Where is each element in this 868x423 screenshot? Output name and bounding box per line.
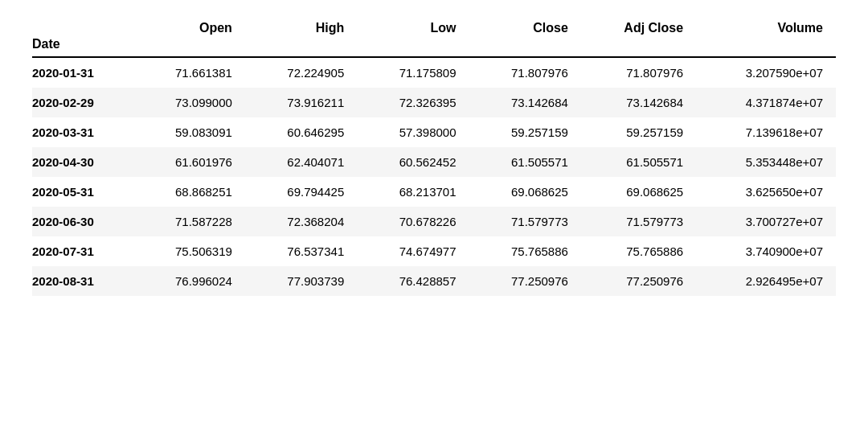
cell-volume: 7.139618e+07	[696, 117, 836, 147]
cell-close: 61.505571	[469, 147, 581, 177]
cell-date: 2020-08-31	[32, 266, 133, 296]
cell-open: 71.661381	[133, 58, 245, 88]
col-header-adj-close: Adj Close	[581, 16, 696, 37]
table-row: 2020-07-3175.50631976.53734174.67497775.…	[32, 236, 836, 266]
cell-open: 76.996024	[133, 266, 245, 296]
header-row-columns: Open High Low Close Adj Close Volume	[32, 16, 836, 37]
cell-adj-close: 71.579773	[581, 207, 696, 236]
col-header-close: Close	[469, 16, 581, 37]
cell-low: 57.398000	[357, 117, 469, 147]
cell-open: 75.506319	[133, 236, 245, 266]
cell-high: 77.903739	[245, 266, 357, 296]
table-row: 2020-03-3159.08309160.64629557.39800059.…	[32, 117, 836, 147]
cell-low: 74.674977	[357, 236, 469, 266]
table-row: 2020-02-2973.09900073.91621172.32639573.…	[32, 88, 836, 117]
table-row: 2020-05-3168.86825169.79442568.21370169.…	[32, 177, 836, 207]
col-header-volume: Volume	[696, 16, 836, 37]
cell-open: 71.587228	[133, 207, 245, 236]
cell-high: 73.916211	[245, 88, 357, 117]
table-wrapper: Open High Low Close Adj Close Volume Dat…	[0, 0, 868, 312]
cell-adj-close: 73.142684	[581, 88, 696, 117]
cell-volume: 3.700727e+07	[696, 207, 836, 236]
cell-volume: 5.353448e+07	[696, 147, 836, 177]
cell-volume: 2.926495e+07	[696, 266, 836, 296]
cell-close: 59.257159	[469, 117, 581, 147]
data-table: Open High Low Close Adj Close Volume Dat…	[32, 16, 836, 296]
cell-open: 68.868251	[133, 177, 245, 207]
header-row-date: Date	[32, 37, 836, 57]
cell-open: 73.099000	[133, 88, 245, 117]
cell-adj-close: 71.807976	[581, 58, 696, 88]
cell-open: 59.083091	[133, 117, 245, 147]
cell-high: 60.646295	[245, 117, 357, 147]
table-row: 2020-06-3071.58722872.36820470.67822671.…	[32, 207, 836, 236]
cell-date: 2020-04-30	[32, 147, 133, 177]
cell-close: 73.142684	[469, 88, 581, 117]
cell-date: 2020-06-30	[32, 207, 133, 236]
cell-high: 72.224905	[245, 58, 357, 88]
cell-low: 68.213701	[357, 177, 469, 207]
cell-close: 71.807976	[469, 58, 581, 88]
cell-volume: 3.740900e+07	[696, 236, 836, 266]
cell-adj-close: 75.765886	[581, 236, 696, 266]
col-header-date: Date	[32, 37, 133, 57]
cell-low: 72.326395	[357, 88, 469, 117]
col-header-date-empty	[32, 16, 133, 37]
table-row: 2020-04-3061.60197662.40407160.56245261.…	[32, 147, 836, 177]
col-header-open: Open	[133, 16, 245, 37]
col-header-high: High	[245, 16, 357, 37]
cell-high: 76.537341	[245, 236, 357, 266]
cell-close: 69.068625	[469, 177, 581, 207]
cell-volume: 3.625650e+07	[696, 177, 836, 207]
cell-low: 71.175809	[357, 58, 469, 88]
cell-high: 69.794425	[245, 177, 357, 207]
cell-close: 75.765886	[469, 236, 581, 266]
table-body: 2020-01-3171.66138172.22490571.17580971.…	[32, 58, 836, 296]
table-row: 2020-01-3171.66138172.22490571.17580971.…	[32, 58, 836, 88]
cell-adj-close: 77.250976	[581, 266, 696, 296]
cell-low: 70.678226	[357, 207, 469, 236]
cell-high: 72.368204	[245, 207, 357, 236]
cell-low: 60.562452	[357, 147, 469, 177]
cell-close: 71.579773	[469, 207, 581, 236]
col-header-low: Low	[357, 16, 469, 37]
cell-low: 76.428857	[357, 266, 469, 296]
cell-date: 2020-07-31	[32, 236, 133, 266]
cell-date: 2020-03-31	[32, 117, 133, 147]
cell-date: 2020-01-31	[32, 58, 133, 88]
cell-close: 77.250976	[469, 266, 581, 296]
cell-adj-close: 61.505571	[581, 147, 696, 177]
cell-date: 2020-02-29	[32, 88, 133, 117]
cell-open: 61.601976	[133, 147, 245, 177]
cell-high: 62.404071	[245, 147, 357, 177]
cell-adj-close: 69.068625	[581, 177, 696, 207]
cell-adj-close: 59.257159	[581, 117, 696, 147]
cell-date: 2020-05-31	[32, 177, 133, 207]
table-row: 2020-08-3176.99602477.90373976.42885777.…	[32, 266, 836, 296]
cell-volume: 4.371874e+07	[696, 88, 836, 117]
cell-volume: 3.207590e+07	[696, 58, 836, 88]
